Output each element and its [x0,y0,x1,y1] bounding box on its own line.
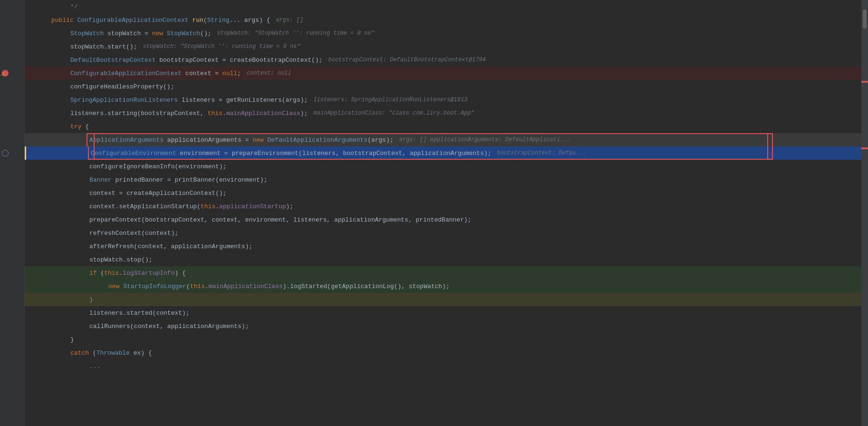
gutter-line [0,186,21,200]
gutter-line [0,200,21,213]
gutter-line [0,93,21,106]
token: new [108,283,123,290]
token: = createApplicationContext(); [116,190,227,197]
code-tokens: catch (Throwable ex) { [70,349,152,357]
token: { [81,123,89,130]
code-line: configureHeadlessProperty(); [25,80,868,93]
code-line: public ConfigurableApplicationContext ru… [25,13,868,27]
code-tokens: refreshContext(context); [89,230,178,237]
editor-container: ⚠ */public ConfigurableApplicationContex… [0,0,868,426]
token: mainApplicationClass [209,283,283,290]
code-tokens: public ConfigurableApplicationContext ru… [51,17,270,24]
code-tokens: ApplicationArguments applicationArgument… [89,136,394,144]
token: ApplicationArguments [89,136,167,144]
token: = [241,136,252,144]
token: environment [180,150,221,157]
code-tokens: ConfigurableApplicationContext context =… [70,70,241,77]
inline-hint: context: null [247,70,291,77]
code-line: refreshContext(context); [25,226,868,240]
token: configureHeadlessProperty(); [70,83,174,90]
code-tokens: configureIgnoreBeanInfo(environment); [89,163,227,170]
token: ( [203,17,207,24]
token: stopWatch [89,256,123,263]
token: . [222,110,226,117]
token: Throwable [96,349,134,357]
code-line: ... [25,359,868,373]
token: .stop(); [123,256,152,263]
code-tokens: prepareContext(bootstrapContext, context… [89,216,472,223]
code-line: context = createApplicationContext(); [25,186,868,200]
token: try [70,123,81,130]
token: applicationStartup [219,203,286,210]
token: DefaultApplicationArguments [267,136,367,144]
code-tokens: try { [70,123,89,130]
token: new [152,30,167,37]
code-line: stopWatch.start(); stopWatch: "StopWatch… [25,40,868,53]
code-line: catch (Throwable ex) { [25,346,868,359]
code-line: listeners.started(context); [25,306,868,320]
token: .starting(bootstrapContext, [104,110,207,117]
token: = [211,70,222,77]
gutter-line [0,160,21,173]
code-line: if (this.logStartupInfo) { [25,266,868,280]
token: (args); [367,136,394,144]
gutter-line [0,306,21,320]
token: printedBanner [116,176,164,184]
gutter-line [0,80,21,93]
token: ); [286,203,294,210]
token: null [222,70,237,77]
code-tokens: } [89,296,93,303]
gutter-line [0,146,21,160]
gutter-line: ⚠ [0,67,21,80]
code-line: new StartupInfoLogger(this.mainApplicati… [25,280,868,293]
code-line: afterRefresh(context, applicationArgumen… [25,240,868,253]
code-line: Banner printedBanner = printBanner(envir… [25,173,868,186]
token: applicationArguments [167,136,241,144]
code-tokens: ... [89,363,100,370]
token: this [201,203,215,210]
token: if [89,270,97,277]
code-line: */ [25,0,868,13]
gutter-line [0,0,21,13]
token: stopWatch [107,30,141,37]
code-line: ConfigurableApplicationContext context =… [25,67,868,80]
gutter-line [0,333,21,346]
gutter-line [0,27,21,40]
code-line: DefaultBootstrapContext bootstrapContext… [25,53,868,67]
error-stripe-2 [861,147,868,149]
token: ) { [259,17,270,24]
token: ConfigurableApplicationContext [77,17,193,24]
token: */ [70,3,78,10]
gutter-line [0,106,21,120]
token: args [241,17,259,24]
gutter-line [0,359,21,373]
token: . [215,203,219,210]
gutter-line [0,280,21,293]
token: } [70,336,74,343]
code-line: SpringApplicationRunListeners listeners … [25,93,868,106]
token: logStartupInfo [123,270,174,277]
inline-hint: bootstrapContext: DefaultBootstrapContex… [328,57,486,63]
code-tokens: callRunners(context, applicationArgument… [89,323,249,330]
gutter-line [0,173,21,186]
token: = createBootstrapContext(); [219,57,322,64]
scrollbar-thumb[interactable] [863,10,867,29]
token: listeners [70,110,104,117]
gutter-line [0,120,21,133]
token: this [104,270,119,277]
line-number-gutter: ⚠ [0,0,25,426]
breakpoint-icon[interactable] [2,150,9,156]
token: this [190,283,205,290]
token: = printBanner(environment); [164,176,267,184]
token: listeners [89,310,123,317]
vertical-scrollbar[interactable] [861,0,868,426]
token: bootstrapContext [159,57,219,64]
inline-hint: stopWatch: "StopWatch '': running time =… [217,30,374,37]
token: afterRefresh(context, applicationArgumen… [89,243,252,250]
inline-hint: args: [] [276,17,303,23]
token: listeners [182,97,215,104]
token: ConfigurableApplicationContext [70,70,185,77]
code-tokens: listeners.started(context); [89,310,190,317]
token: .start(); [104,43,137,50]
code-tokens: context = createApplicationContext(); [89,190,227,197]
